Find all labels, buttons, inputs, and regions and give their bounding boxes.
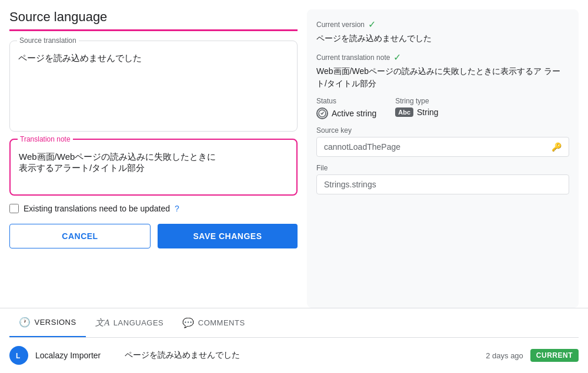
svg-text:L: L — [16, 352, 20, 360]
status-icon — [316, 107, 328, 119]
string-type-badge: Abc String — [395, 107, 438, 117]
source-key-box: cannotLoadThePage 🔑 — [316, 137, 569, 157]
version-row: L Localazy Importer ページを読み込めませんでした 2 day… — [9, 338, 579, 373]
file-label: File — [316, 164, 569, 172]
localazy-icon: L — [9, 346, 28, 365]
current-translation-note-check-icon: ✓ — [393, 52, 401, 63]
existing-translations-label: Existing translations need to be updated — [24, 204, 170, 213]
top-section: Source language Source translation ページを読… — [0, 0, 588, 308]
version-text: ページを読み込めませんでした — [125, 350, 479, 361]
active-string-label: Active string — [332, 109, 376, 118]
key-icon: 🔑 — [552, 142, 562, 152]
main-container: Source language Source translation ページを読… — [0, 0, 588, 373]
string-type-field: String type Abc String — [395, 97, 438, 119]
tab-languages[interactable]: 文A LANGUAGES — [86, 308, 173, 337]
comments-icon: 💬 — [182, 317, 195, 328]
active-string-badge: Active string — [316, 107, 376, 119]
version-importer-name: Localazy Importer — [35, 351, 118, 360]
current-version-check-icon: ✓ — [368, 19, 376, 30]
source-translation-textarea[interactable]: ページを読み込めませんでした — [10, 41, 297, 129]
tab-comments[interactable]: 💬 COMMENTS — [173, 308, 254, 337]
file-value: Strings.strings — [316, 174, 569, 194]
bottom-section: 🕐 VERSIONS 文A LANGUAGES 💬 COMMENTS L Loc… — [0, 308, 588, 373]
buttons-row: CANCEL SAVE CHANGES — [9, 224, 298, 248]
file-field: File Strings.strings — [316, 164, 569, 194]
current-translation-note-label: Current translation note ✓ — [316, 52, 569, 63]
current-version-field: Current version ✓ ページを読み込めませんでした — [316, 19, 569, 45]
page-title: Source language — [9, 9, 298, 31]
checkbox-row: Existing translations need to be updated… — [9, 203, 298, 214]
source-key-value: cannotLoadThePage — [324, 142, 400, 152]
abc-icon: Abc — [395, 107, 413, 117]
existing-translations-checkbox[interactable] — [9, 204, 19, 213]
right-panel: Current version ✓ ページを読み込めませんでした Current… — [307, 9, 579, 308]
status-label: Status — [316, 97, 376, 105]
status-string-type-row: Status Active string String type — [316, 97, 569, 119]
save-button[interactable]: SAVE CHANGES — [158, 224, 298, 248]
cancel-button[interactable]: CANCEL — [9, 224, 151, 248]
current-translation-note-field: Current translation note ✓ Web画面/Webページの… — [316, 52, 569, 90]
string-type-value: String — [417, 107, 439, 117]
tab-languages-label: LANGUAGES — [113, 318, 163, 327]
tabs-row: 🕐 VERSIONS 文A LANGUAGES 💬 COMMENTS — [9, 308, 579, 338]
tab-versions[interactable]: 🕐 VERSIONS — [9, 308, 86, 337]
version-time: 2 days ago — [486, 351, 523, 360]
question-mark-icon[interactable]: ? — [175, 204, 179, 213]
tab-comments-label: COMMENTS — [198, 318, 245, 327]
source-translation-box: Source translation ページを読み込めませんでした — [9, 41, 298, 132]
source-key-field: Source key cannotLoadThePage 🔑 — [316, 126, 569, 157]
string-type-label: String type — [395, 97, 438, 105]
source-key-label: Source key — [316, 126, 569, 135]
translation-note-box: Translation note Web画面/Webページの読み込みに失敗したと… — [9, 139, 298, 196]
current-badge: CURRENT — [530, 349, 579, 362]
translation-note-label: Translation note — [18, 135, 73, 143]
current-translation-note-value: Web画面/Webページの読み込みに失敗したときに表示するア ラート/タイトル部… — [316, 65, 569, 90]
current-version-label: Current version ✓ — [316, 19, 569, 30]
left-panel: Source language Source translation ページを読… — [9, 9, 298, 308]
current-version-value: ページを読み込めませんでした — [316, 32, 569, 45]
status-field: Status Active string — [316, 97, 376, 119]
languages-icon: 文A — [95, 317, 110, 328]
source-translation-label: Source translation — [17, 36, 79, 45]
translation-note-textarea[interactable]: Web画面/Webページの読み込みに失敗したときに 表示するアラート/タイトル部… — [11, 140, 296, 193]
tab-versions-label: VERSIONS — [35, 318, 76, 327]
versions-icon: 🕐 — [19, 317, 31, 328]
